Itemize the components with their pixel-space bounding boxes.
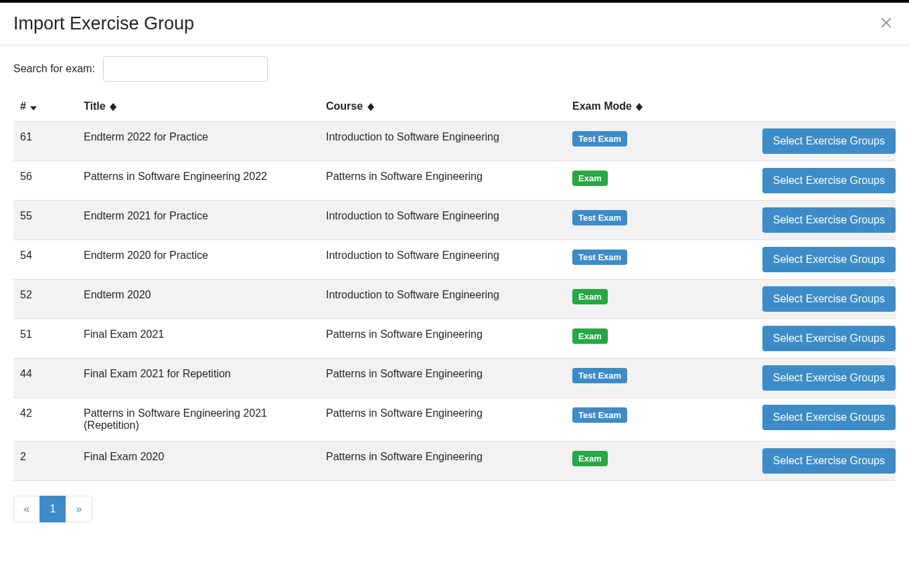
cell-course: Patterns in Software Engineering bbox=[319, 441, 566, 480]
select-exercise-groups-button[interactable]: Select Exercise Groups bbox=[762, 448, 896, 474]
table-row: 51Final Exam 2021Patterns in Software En… bbox=[13, 318, 896, 358]
test-exam-badge: Test Exam bbox=[572, 210, 627, 225]
cell-title: Patterns in Software Engineering 2022 bbox=[77, 161, 319, 200]
select-exercise-groups-button[interactable]: Select Exercise Groups bbox=[762, 365, 896, 391]
close-icon bbox=[880, 16, 893, 31]
select-exercise-groups-button[interactable]: Select Exercise Groups bbox=[762, 207, 896, 233]
cell-action: Select Exercise Groups bbox=[746, 121, 896, 161]
cell-action: Select Exercise Groups bbox=[746, 279, 896, 318]
cell-action: Select Exercise Groups bbox=[746, 397, 896, 441]
search-row: Search for exam: bbox=[13, 56, 896, 82]
cell-exam-mode: Exam bbox=[566, 279, 746, 318]
cell-id: 52 bbox=[13, 279, 77, 318]
cell-title: Final Exam 2020 bbox=[77, 441, 319, 480]
cell-exam-mode: Test Exam bbox=[566, 200, 746, 239]
cell-course: Introduction to Software Engineering bbox=[319, 239, 566, 279]
column-header-title[interactable]: Title bbox=[77, 94, 319, 121]
search-label: Search for exam: bbox=[13, 63, 95, 75]
cell-title: Patterns in Software Engineering 2021 (R… bbox=[77, 397, 319, 441]
select-exercise-groups-button[interactable]: Select Exercise Groups bbox=[762, 405, 896, 430]
table-row: 52Endterm 2020Introduction to Software E… bbox=[13, 279, 896, 318]
exams-table: # Title Course bbox=[13, 94, 896, 481]
column-header-course[interactable]: Course bbox=[319, 94, 566, 121]
cell-title: Endterm 2022 for Practice bbox=[77, 121, 319, 161]
cell-exam-mode: Test Exam bbox=[566, 397, 746, 441]
cell-id: 56 bbox=[13, 161, 77, 200]
svg-marker-4 bbox=[110, 107, 116, 111]
cell-exam-mode: Test Exam bbox=[566, 239, 746, 279]
cell-title: Endterm 2021 for Practice bbox=[77, 200, 319, 239]
cell-title: Endterm 2020 for Practice bbox=[77, 239, 319, 279]
svg-marker-2 bbox=[30, 106, 37, 110]
modal-title: Import Exercise Group bbox=[13, 13, 194, 34]
cell-id: 61 bbox=[13, 121, 77, 161]
pagination: « 1 » bbox=[13, 496, 896, 522]
pagination-prev[interactable]: « bbox=[13, 496, 40, 522]
exam-badge: Exam bbox=[572, 171, 608, 186]
exam-badge: Exam bbox=[572, 289, 608, 304]
cell-course: Introduction to Software Engineering bbox=[319, 121, 566, 161]
table-row: 61Endterm 2022 for PracticeIntroduction … bbox=[13, 121, 896, 161]
test-exam-badge: Test Exam bbox=[572, 131, 627, 146]
select-exercise-groups-button[interactable]: Select Exercise Groups bbox=[762, 128, 896, 154]
table-row: 54Endterm 2020 for PracticeIntroduction … bbox=[13, 239, 896, 279]
table-row: 44Final Exam 2021 for RepetitionPatterns… bbox=[13, 358, 896, 397]
cell-exam-mode: Test Exam bbox=[566, 358, 746, 397]
sort-desc-icon bbox=[30, 101, 37, 113]
column-header-id[interactable]: # bbox=[13, 94, 77, 121]
search-input[interactable] bbox=[103, 56, 268, 82]
pagination-page[interactable]: 1 bbox=[39, 496, 66, 522]
sort-icon bbox=[367, 103, 374, 111]
cell-id: 2 bbox=[13, 441, 77, 480]
cell-action: Select Exercise Groups bbox=[746, 200, 896, 239]
cell-title: Endterm 2020 bbox=[77, 279, 319, 318]
cell-id: 54 bbox=[13, 239, 77, 279]
cell-course: Patterns in Software Engineering bbox=[319, 161, 566, 200]
cell-course: Patterns in Software Engineering bbox=[319, 358, 566, 397]
cell-action: Select Exercise Groups bbox=[746, 161, 896, 200]
cell-course: Introduction to Software Engineering bbox=[319, 200, 566, 239]
sort-icon bbox=[110, 103, 116, 111]
cell-id: 51 bbox=[13, 318, 77, 358]
cell-id: 42 bbox=[13, 397, 77, 441]
cell-id: 55 bbox=[13, 200, 77, 239]
cell-title: Final Exam 2021 bbox=[77, 318, 319, 358]
cell-exam-mode: Exam bbox=[566, 441, 746, 480]
table-row: 56Patterns in Software Engineering 2022P… bbox=[13, 161, 896, 200]
pagination-next[interactable]: » bbox=[66, 496, 92, 522]
table-row: 2Final Exam 2020Patterns in Software Eng… bbox=[13, 441, 896, 480]
column-header-exam-mode[interactable]: Exam Mode bbox=[566, 94, 746, 121]
svg-marker-6 bbox=[367, 107, 374, 111]
cell-exam-mode: Exam bbox=[566, 318, 746, 358]
column-header-action bbox=[746, 94, 896, 121]
cell-action: Select Exercise Groups bbox=[746, 441, 896, 480]
cell-exam-mode: Exam bbox=[566, 161, 746, 200]
cell-title: Final Exam 2021 for Repetition bbox=[77, 358, 319, 397]
sort-icon bbox=[636, 103, 643, 111]
modal-header: Import Exercise Group bbox=[0, 3, 909, 45]
test-exam-badge: Test Exam bbox=[572, 407, 627, 423]
cell-action: Select Exercise Groups bbox=[746, 358, 896, 397]
cell-id: 44 bbox=[13, 358, 77, 397]
select-exercise-groups-button[interactable]: Select Exercise Groups bbox=[762, 247, 896, 272]
exam-badge: Exam bbox=[572, 328, 608, 344]
cell-course: Introduction to Software Engineering bbox=[319, 279, 566, 318]
import-exercise-group-modal: Import Exercise Group Search for exam: # bbox=[0, 3, 909, 533]
svg-marker-8 bbox=[636, 107, 643, 111]
test-exam-badge: Test Exam bbox=[572, 368, 627, 383]
select-exercise-groups-button[interactable]: Select Exercise Groups bbox=[762, 326, 896, 351]
cell-exam-mode: Test Exam bbox=[566, 121, 746, 161]
exam-badge: Exam bbox=[572, 451, 608, 466]
cell-course: Patterns in Software Engineering bbox=[319, 397, 566, 441]
select-exercise-groups-button[interactable]: Select Exercise Groups bbox=[762, 168, 896, 193]
table-row: 42Patterns in Software Engineering 2021 … bbox=[13, 397, 896, 441]
cell-action: Select Exercise Groups bbox=[746, 318, 896, 358]
close-button[interactable] bbox=[877, 13, 896, 34]
cell-course: Patterns in Software Engineering bbox=[319, 318, 566, 358]
table-row: 55Endterm 2021 for PracticeIntroduction … bbox=[13, 200, 896, 239]
cell-action: Select Exercise Groups bbox=[746, 239, 896, 279]
select-exercise-groups-button[interactable]: Select Exercise Groups bbox=[762, 286, 896, 312]
modal-body: Search for exam: # Title bbox=[0, 45, 909, 533]
test-exam-badge: Test Exam bbox=[572, 250, 627, 265]
